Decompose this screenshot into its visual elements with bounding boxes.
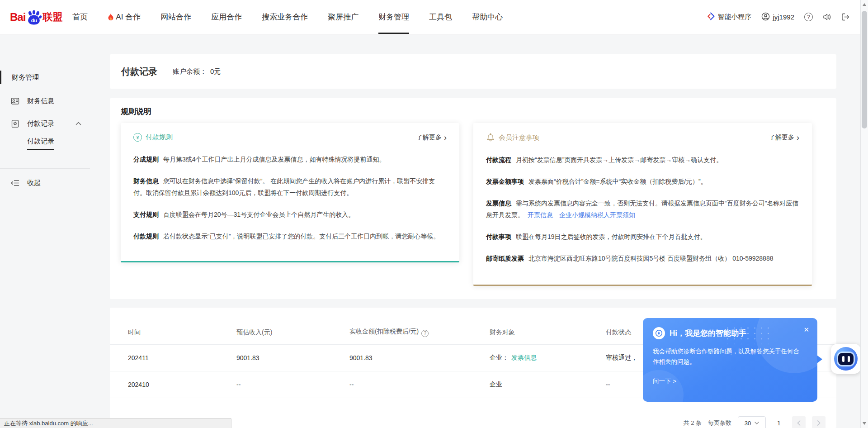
small-taxpayer-notice-link[interactable]: 企业小规模纳税人开票须知 [559, 211, 635, 219]
user-icon [761, 12, 770, 22]
logo-text-bai: Bai [10, 11, 25, 24]
rule-paragraph: 付款规则若付款状态显示“已支付”，说明联盟已安排了您的付款。支付后三个工作日内到… [133, 230, 447, 242]
learn-more-link-member-notes[interactable]: 了解更多› [769, 133, 799, 142]
page-number-current[interactable]: 1 [772, 416, 786, 428]
pagination: 共 2 条 每页条数 30 1 [684, 416, 826, 428]
compass-icon [653, 327, 665, 339]
sidebar-item-payment-records[interactable]: 付款记录 [0, 114, 90, 133]
info-question-icon[interactable]: ? [421, 330, 429, 337]
chevron-down-icon [755, 422, 759, 424]
payment-rules-body: 分成规则每月第3或4个工作日产出上月分成信息及发票信息，如有特殊情况将提前通知。… [133, 153, 447, 242]
rules-section-card: 规则说明 ¥ 付款规则 了解更多› 分成规则每月第3或4个工作日产出上月分成信息… [110, 98, 836, 299]
navbar-right-tools: 智能小程序 jyj1992 ? [707, 0, 850, 34]
logo-text-union: 联盟 [42, 10, 62, 24]
flame-icon [108, 13, 114, 21]
rule-paragraph: 邮寄纸质发票北京市海淀区西北旺东路10号院百度科技园5号楼 百度联盟财务组（收）… [486, 252, 799, 264]
chevron-up-icon[interactable] [75, 122, 81, 125]
cell-actual: 9001.83 [349, 354, 490, 361]
scrollbar-thumb[interactable] [862, 11, 867, 128]
robot-icon [834, 347, 858, 371]
coin-yen-icon: ¥ [133, 133, 142, 142]
popup-header: Hi，我是您的智能助手 [653, 327, 746, 339]
vertical-scrollbar[interactable] [860, 0, 868, 428]
rule-paragraph: 付款事项联盟在每月19日之后签收的发票，付款时间安排在下个月首批支付。 [486, 231, 799, 243]
sidebar-collapse-button[interactable]: 收起 [0, 174, 90, 192]
left-sidebar: 财务管理 财务信息 付款记录 [0, 34, 90, 428]
help-icon[interactable]: ? [804, 13, 813, 21]
rule-paragraph: 支付规则百度联盟会在每月20号—31号支付企业会员上个自然月产生的收入。 [133, 209, 447, 220]
cell-finance-object: 企业 [490, 380, 606, 389]
badge-star-icon [11, 119, 19, 128]
nav-item-home[interactable]: 首页 [62, 0, 98, 34]
sidebar-subitem-payment-records-active[interactable]: 付款记录 [27, 137, 54, 150]
learn-more-link-payment-rules[interactable]: 了解更多› [416, 133, 447, 142]
rule-paragraph: 发票金额事项发票票面“价税合计”金额=系统中“实收金额（扣除税费后/元）”。 [486, 176, 799, 187]
cell-estimated: 9001.83 [236, 354, 349, 361]
nav-item-finance-management[interactable]: 财务管理 [368, 0, 419, 34]
payment-rules-box: ¥ 付款规则 了解更多› 分成规则每月第3或4个工作日产出上月分成信息及发票信息… [121, 123, 459, 262]
chevron-right-icon: › [797, 133, 799, 142]
smart-assistant-popup: Hi，我是您的智能助手 ✕ 我会帮助您诊断合作链路问题，以及解答您关于任何合作相… [643, 318, 817, 402]
nav-item-ai-cooperation[interactable]: AI 合作 [98, 0, 151, 34]
rule-paragraph: 发票信息需与系统内发票信息内容完全一致，否则无法支付。请根据发票信息页面中“百度… [486, 197, 799, 221]
cell-time: 202410 [128, 381, 236, 388]
member-notes-box: 会员注意事项 了解更多› 付款流程月初按“发票信息”页面开具发票→上传发票→邮寄… [473, 123, 812, 286]
logout-icon[interactable] [841, 13, 850, 21]
nav-item-toolkit[interactable]: 工具包 [419, 0, 462, 34]
main-navigation: 首页 AI 合作 网站合作 应用合作 搜索业务合作 聚屏推广 财务管理 工具包 … [62, 0, 513, 34]
nav-item-search-cooperation[interactable]: 搜索业务合作 [252, 0, 318, 34]
col-header-finance-object: 财务对象 [490, 328, 606, 337]
top-navbar: Bai du 联盟 首页 [0, 0, 868, 34]
rule-paragraph: 付款流程月初按“发票信息”页面开具发票→上传发票→邮寄发票→审核→确认支付。 [486, 154, 799, 166]
announcement-speaker-icon[interactable] [823, 13, 831, 21]
sidebar-divider [0, 168, 90, 169]
baidu-paw-icon: du [26, 9, 42, 25]
scroll-down-arrow-icon[interactable] [863, 422, 866, 425]
col-header-time: 时间 [128, 328, 236, 337]
account-balance: 账户余额： 0元 [173, 67, 221, 76]
baidu-union-logo[interactable]: Bai du 联盟 [10, 9, 62, 25]
member-notes-body: 付款流程月初按“发票信息”页面开具发票→上传发票→邮寄发票→审核→确认支付。 发… [486, 154, 799, 264]
next-page-button[interactable] [812, 416, 826, 428]
balance-value: 0元 [210, 67, 221, 76]
nav-item-website-cooperation[interactable]: 网站合作 [151, 0, 201, 34]
close-icon[interactable]: ✕ [803, 326, 809, 334]
per-page-select[interactable]: 30 [738, 416, 766, 428]
nav-item-app-cooperation[interactable]: 应用合作 [201, 0, 252, 34]
rules-section-title: 规则说明 [121, 106, 151, 117]
prev-page-button[interactable] [792, 416, 806, 428]
payment-rules-title: 付款规则 [146, 133, 173, 142]
sidebar-item-finance-info[interactable]: 财务信息 [0, 92, 90, 110]
balance-label: 账户余额： [173, 67, 207, 76]
assistant-robot-avatar[interactable] [831, 344, 861, 374]
smart-miniprogram-link[interactable]: 智能小程序 [707, 12, 751, 22]
cell-time: 202411 [128, 354, 236, 361]
scroll-up-arrow-icon[interactable] [863, 3, 866, 6]
col-header-estimated: 预估收入(元) [236, 328, 349, 337]
status-text: 正在等待 xlab.baidu.com 的响应... [4, 420, 93, 427]
baidu-union-finance-page: Bai du 联盟 首页 [0, 0, 868, 428]
col-header-actual: 实收金额(扣除税费后/元)? [349, 328, 490, 337]
invoice-info-table-link[interactable]: 发票信息 [511, 354, 537, 361]
invoice-info-link[interactable]: 开票信息 [528, 211, 553, 219]
per-page-label: 每页条数 [708, 419, 731, 427]
popup-title: Hi，我是您的智能助手 [670, 328, 746, 338]
logo-text-du: du [31, 18, 37, 23]
popup-body-text: 我会帮助您诊断合作链路问题，以及解答您关于任何合作相关的问题。 [653, 346, 805, 367]
cell-estimated: -- [236, 381, 349, 388]
sidebar-section-finance-management[interactable]: 财务管理 [0, 68, 90, 86]
collapse-menu-icon [11, 180, 19, 186]
rule-paragraph: 财务信息您可以在财务信息中选择“保留付款”。 在此期间您产生的收入将在账户内进行… [133, 175, 447, 199]
page-title: 付款记录 [121, 66, 157, 78]
miniprogram-icon [707, 12, 715, 22]
user-account[interactable]: jyj1992 [761, 12, 794, 22]
chevron-right-icon: › [444, 133, 447, 142]
rule-paragraph: 分成规则每月第3或4个工作日产出上月分成信息及发票信息，如有特殊情况将提前通知。 [133, 153, 447, 165]
popup-tail [817, 355, 822, 363]
nav-item-help-center[interactable]: 帮助中心 [462, 0, 513, 34]
nav-item-screen-promotion[interactable]: 聚屏推广 [318, 0, 368, 34]
ask-now-link[interactable]: 问一下 > [653, 377, 676, 385]
id-card-icon [11, 97, 19, 105]
cell-actual: -- [349, 381, 490, 388]
page-header-card: 付款记录 账户余额： 0元 [110, 54, 836, 89]
